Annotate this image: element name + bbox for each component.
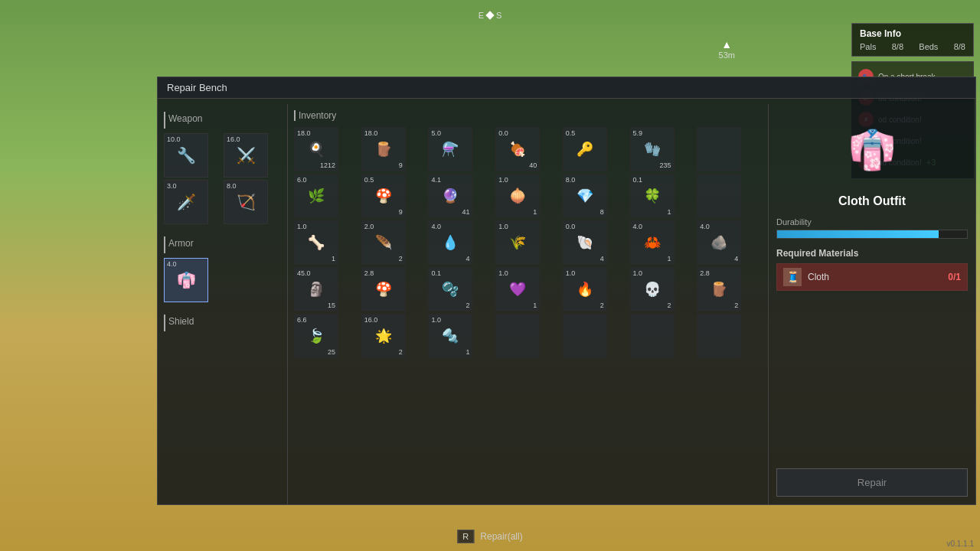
weapon-icon-2: 🗡️ <box>177 193 196 211</box>
inv-icon-16: 💧 <box>442 234 459 251</box>
inv-dur-19: 4.0 <box>633 223 643 230</box>
inv-icon-3: 🍖 <box>509 141 526 158</box>
inv-slot-12[interactable]: 🍀 0.1 1 <box>630 174 675 218</box>
cloth-count: 0/1 <box>948 272 961 282</box>
inv-slot-9[interactable]: 🔮 4.1 41 <box>428 174 472 218</box>
inv-icon-11: 💎 <box>577 187 593 204</box>
material-item-cloth: 🧵 Cloth 0/1 <box>776 263 968 291</box>
inv-slot-19[interactable]: 🦀 4.0 1 <box>630 220 675 265</box>
inv-slot-25[interactable]: 🔥 1.0 2 <box>563 267 607 311</box>
repair-key-badge: R <box>457 530 474 543</box>
inv-count-19: 1 <box>668 255 671 262</box>
inv-icon-29: 🌟 <box>375 328 392 344</box>
inv-icon-17: 🌾 <box>509 234 526 251</box>
inv-slot-16[interactable]: 💧 4.0 4 <box>428 220 472 265</box>
version-label: v0.1.1.1 <box>946 540 974 548</box>
inv-slot-23[interactable]: 🫧 0.1 2 <box>428 267 472 311</box>
inv-icon-5: 🧤 <box>644 141 661 158</box>
inv-count-18: 4 <box>600 255 604 262</box>
inv-slot-34[interactable] <box>697 314 741 358</box>
inv-slot-15[interactable]: 🪶 2.0 2 <box>361 220 406 265</box>
weapon-dur-3: 8.0 <box>227 182 237 190</box>
weapon-slot-1[interactable]: ⚔️ 16.0 <box>224 133 268 178</box>
inv-slot-4[interactable]: 🔑 0.5 <box>563 127 607 171</box>
inv-slot-21[interactable]: 🗿 45.0 15 <box>294 267 338 311</box>
inv-slot-5[interactable]: 🧤 5.9 235 <box>630 127 675 171</box>
inv-slot-33[interactable] <box>630 314 675 358</box>
cloth-name: Cloth <box>808 272 942 282</box>
inv-count-5: 235 <box>660 161 671 169</box>
inv-slot-17[interactable]: 🌾 1.0 <box>495 220 540 265</box>
pals-label: Pals <box>860 42 876 51</box>
inv-icon-18: 🐚 <box>577 234 593 251</box>
weapon-slot-3[interactable]: 🏹 8.0 <box>224 180 268 224</box>
inv-count-0: 1212 <box>320 161 335 169</box>
inv-dur-7: 6.0 <box>297 176 307 184</box>
inv-slot-11[interactable]: 💎 8.0 8 <box>563 174 607 218</box>
weapon-item-grid: 🔧 10.0 ⚔️ 16.0 🗡️ 3.0 🏹 8.0 <box>164 133 281 224</box>
category-panel: Weapon 🔧 10.0 ⚔️ 16.0 🗡️ 3.0 🏹 8.0 <box>158 104 288 504</box>
inv-slot-31[interactable] <box>495 314 540 358</box>
inv-slot-24[interactable]: 💜 1.0 1 <box>495 267 540 311</box>
inv-icon-24: 💜 <box>509 281 526 298</box>
inv-dur-28: 6.6 <box>297 316 307 324</box>
inv-icon-28: 🍃 <box>308 328 325 344</box>
inv-slot-7[interactable]: 🌿 6.0 <box>294 174 338 218</box>
shield-category-title: Shield <box>164 315 281 331</box>
inv-dur-9: 4.1 <box>431 176 441 184</box>
inv-dur-30: 1.0 <box>431 316 441 324</box>
inv-dur-14: 1.0 <box>297 223 307 230</box>
inv-slot-0[interactable]: 🍳 18.0 1212 <box>294 127 338 171</box>
inv-slot-2[interactable]: ⚗️ 5.0 <box>428 127 472 171</box>
inv-slot-30[interactable]: 🔩 1.0 1 <box>428 314 472 358</box>
inv-dur-21: 45.0 <box>297 269 311 277</box>
inv-count-20: 4 <box>734 255 738 262</box>
inv-dur-12: 0.1 <box>633 176 643 184</box>
inv-slot-22[interactable]: 🍄 2.8 <box>361 267 406 311</box>
inv-slot-8[interactable]: 🍄 0.5 9 <box>361 174 406 218</box>
inv-icon-23: 🫧 <box>442 281 459 298</box>
inv-slot-20[interactable]: 🪨 4.0 4 <box>697 220 741 265</box>
inv-slot-3[interactable]: 🍖 0.0 40 <box>495 127 540 171</box>
durability-bar-fill <box>777 230 939 238</box>
inv-icon-20: 🪨 <box>710 234 727 251</box>
repair-bench-title: Repair Bench <box>167 82 227 93</box>
armor-icon-0: 👘 <box>177 271 196 289</box>
inv-count-3: 40 <box>529 161 537 169</box>
inv-slot-1[interactable]: 🪵 18.0 9 <box>361 127 406 171</box>
inv-slot-10[interactable]: 🧅 1.0 1 <box>495 174 540 218</box>
inv-dur-18: 0.0 <box>566 223 576 230</box>
inv-slot-14[interactable]: 🦴 1.0 1 <box>294 220 338 265</box>
inv-count-26: 2 <box>668 302 671 309</box>
inv-dur-22: 2.8 <box>364 269 374 277</box>
inventory-panel: Inventory 🍳 18.0 1212 🪵 18.0 9 ⚗️ 5.0 🍖 … <box>288 104 769 504</box>
inv-count-23: 2 <box>466 302 469 309</box>
detail-panel: 👘 Cloth Outfit Durability Required Mater… <box>769 104 975 504</box>
inv-count-21: 15 <box>328 302 335 309</box>
nav-distance-indicator: ▲ 53m <box>719 38 735 60</box>
inv-slot-32[interactable] <box>563 314 607 358</box>
durability-section: Durability <box>776 217 968 239</box>
weapon-slot-0[interactable]: 🔧 10.0 <box>164 133 208 178</box>
inv-slot-29[interactable]: 🌟 16.0 2 <box>361 314 406 358</box>
inv-dur-26: 1.0 <box>633 269 643 277</box>
armor-slot-0[interactable]: 👘 4.0 <box>164 258 208 302</box>
inv-slot-13[interactable] <box>697 174 741 218</box>
inv-icon-15: 🪶 <box>375 234 392 251</box>
weapon-dur-0: 10.0 <box>167 135 181 143</box>
weapon-slot-2[interactable]: 🗡️ 3.0 <box>164 180 208 224</box>
base-info-title: Base Info <box>860 28 965 39</box>
inv-slot-28[interactable]: 🍃 6.6 25 <box>294 314 338 358</box>
inv-slot-27[interactable]: 🪵 2.8 2 <box>697 267 741 311</box>
inv-slot-26[interactable]: 💀 1.0 2 <box>630 267 675 311</box>
inv-dur-5: 5.9 <box>633 129 643 137</box>
inv-count-12: 1 <box>668 208 671 216</box>
inv-slot-6[interactable] <box>697 127 741 171</box>
inv-icon-8: 🍄 <box>375 187 392 204</box>
inv-icon-25: 🔥 <box>577 281 593 298</box>
repair-button[interactable]: Repair <box>776 468 968 497</box>
weapon-icon-0: 🔧 <box>177 146 196 165</box>
armor-category-title: Armor <box>164 236 281 253</box>
inv-icon-12: 🍀 <box>644 187 661 204</box>
inv-slot-18[interactable]: 🐚 0.0 4 <box>563 220 607 265</box>
